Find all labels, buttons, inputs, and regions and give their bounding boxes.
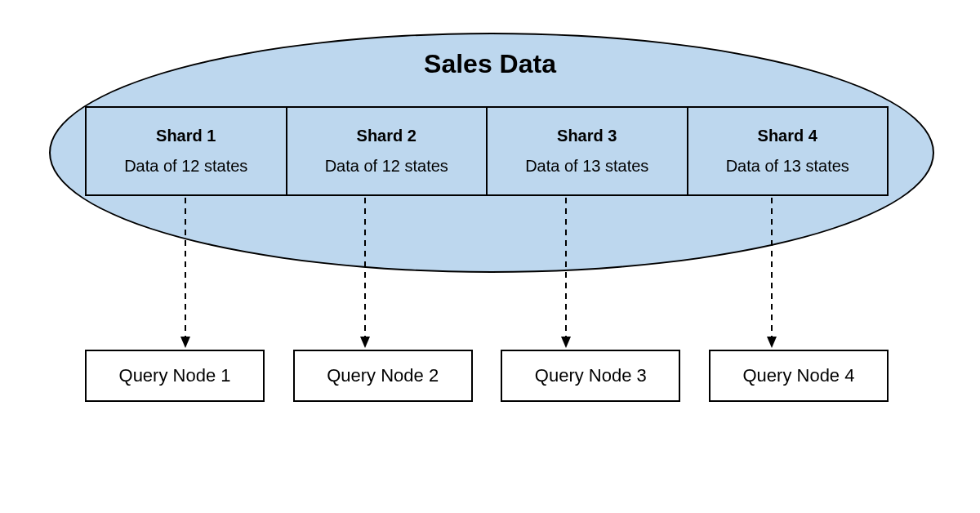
shard-2: Shard 2 Data of 12 states (287, 106, 488, 196)
shard-4: Shard 4 Data of 13 states (688, 106, 889, 196)
query-node-3: Query Node 3 (501, 350, 680, 402)
shard-1-desc: Data of 12 states (124, 157, 247, 176)
query-node-1: Query Node 1 (85, 350, 265, 402)
shard-3: Shard 3 Data of 13 states (488, 106, 688, 196)
shard-3-desc: Data of 13 states (525, 157, 648, 176)
shard-row: Shard 1 Data of 12 states Shard 2 Data o… (85, 106, 889, 196)
node-row: Query Node 1 Query Node 2 Query Node 3 Q… (85, 350, 889, 402)
shard-4-desc: Data of 13 states (726, 157, 849, 176)
shard-4-title: Shard 4 (758, 127, 817, 145)
shard-1-title: Shard 1 (156, 127, 216, 145)
shard-1: Shard 1 Data of 12 states (85, 106, 287, 196)
query-node-2: Query Node 2 (293, 350, 473, 402)
shard-2-desc: Data of 12 states (325, 157, 448, 176)
query-node-4: Query Node 4 (709, 350, 889, 402)
shard-2-title: Shard 2 (357, 127, 416, 145)
shard-3-title: Shard 3 (557, 127, 617, 145)
diagram-title: Sales Data (49, 49, 931, 79)
